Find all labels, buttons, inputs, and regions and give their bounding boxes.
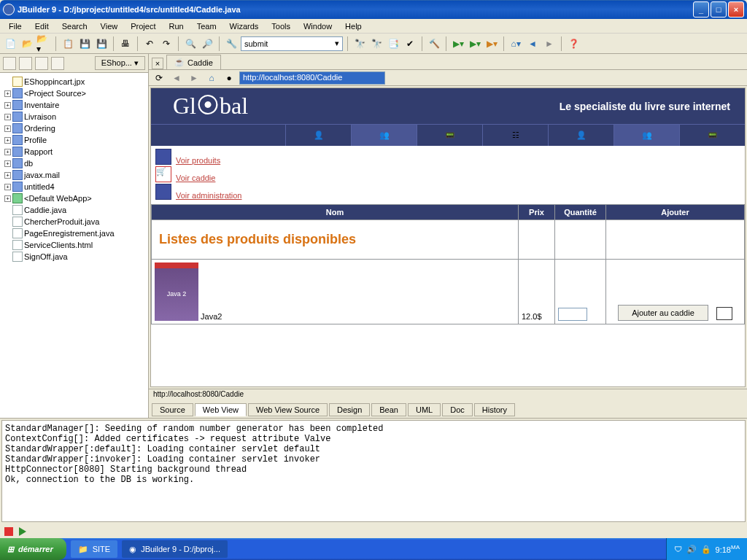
reopen-icon[interactable]: 📂▾ bbox=[36, 36, 51, 51]
tree-node[interactable]: +Ordering bbox=[1, 122, 147, 134]
menu-project[interactable]: Project bbox=[125, 20, 161, 31]
menu-wizards[interactable]: Wizards bbox=[224, 20, 265, 31]
url-bar[interactable]: http://localhost:8080/Caddie bbox=[239, 71, 385, 85]
save-icon[interactable]: 💾 bbox=[77, 36, 92, 51]
menu-window[interactable]: Window bbox=[298, 20, 338, 31]
tree-node[interactable]: +javax.mail bbox=[1, 169, 147, 181]
sidebar-project-tab[interactable]: EShop... ▾ bbox=[95, 56, 145, 70]
browser-back-icon[interactable]: ◄ bbox=[169, 71, 184, 85]
tree-node[interactable]: PageEnregistrement.java bbox=[1, 228, 147, 239]
taskbar-item-site[interactable]: 📁 SITE bbox=[71, 540, 117, 558]
side-btn1[interactable] bbox=[3, 57, 16, 70]
tree-node[interactable]: Caddie.java bbox=[1, 204, 147, 216]
link-produits[interactable]: Voir produits bbox=[176, 156, 220, 165]
tray-icon[interactable]: 🔒 bbox=[701, 545, 711, 554]
print-icon[interactable]: 🖶 bbox=[118, 36, 133, 51]
taskbar-item-jbuilder[interactable]: ◉ JBuilder 9 - D:/jbproj... bbox=[122, 540, 228, 558]
build-icon[interactable]: 🔨 bbox=[427, 36, 441, 51]
close-tab-button[interactable]: × bbox=[152, 58, 163, 69]
run-config-combo[interactable]: submit▾ bbox=[241, 36, 343, 51]
saveall-icon[interactable]: 💾 bbox=[94, 36, 109, 51]
nav-cell-3[interactable]: 📟 bbox=[417, 125, 482, 146]
tray-icon[interactable]: 🛡 bbox=[674, 545, 682, 553]
tree-node[interactable]: +Livraison bbox=[1, 111, 147, 122]
close-button[interactable]: × bbox=[728, 1, 744, 18]
side-btn3[interactable] bbox=[35, 57, 48, 70]
tree-node[interactable]: +db bbox=[1, 158, 147, 169]
binoc2-icon[interactable]: 🔭 bbox=[369, 36, 384, 51]
menu-run[interactable]: Run bbox=[163, 20, 189, 31]
editor-tab-caddie[interactable]: ☕ Caddie bbox=[166, 55, 221, 69]
system-tray[interactable]: 🛡 🔊 🔒 9:18MA bbox=[666, 538, 747, 560]
replace-icon[interactable]: 🔎 bbox=[200, 36, 214, 51]
binoc-icon[interactable]: 🔭 bbox=[352, 36, 367, 51]
tab-history[interactable]: History bbox=[474, 403, 515, 416]
link-caddie[interactable]: Voir caddie bbox=[176, 174, 215, 182]
minimize-button[interactable]: _ bbox=[693, 1, 709, 18]
redo-icon[interactable]: ↷ bbox=[159, 36, 174, 51]
menu-help[interactable]: Help bbox=[339, 20, 368, 31]
quantity-input[interactable] bbox=[558, 308, 587, 321]
link-admin[interactable]: Voir administration bbox=[176, 191, 242, 200]
tab-uml[interactable]: UML bbox=[408, 403, 441, 416]
find-icon[interactable]: 🔍 bbox=[183, 36, 198, 51]
tab-webviewsource[interactable]: Web View Source bbox=[248, 403, 328, 416]
open-icon[interactable]: 📂 bbox=[20, 36, 34, 51]
fwd-nav-icon[interactable]: ► bbox=[542, 36, 557, 51]
debug-icon[interactable]: ▶▾ bbox=[468, 36, 482, 51]
start-button[interactable]: ⊞démarrer bbox=[0, 538, 66, 560]
browser-fwd-icon[interactable]: ► bbox=[187, 71, 201, 85]
menu-team[interactable]: Team bbox=[191, 20, 222, 31]
run-icon[interactable]: ▶▾ bbox=[451, 36, 465, 51]
menu-tools[interactable]: Tools bbox=[266, 20, 296, 31]
play-button[interactable] bbox=[19, 527, 26, 536]
tab-bean[interactable]: Bean bbox=[371, 403, 406, 416]
copy-icon[interactable]: 📋 bbox=[61, 36, 75, 51]
browser-home-icon[interactable]: ⌂ bbox=[204, 71, 219, 85]
nav-cell-2[interactable]: 👥 bbox=[351, 125, 417, 146]
undo-icon[interactable]: ↶ bbox=[142, 36, 157, 51]
tree-node[interactable]: +<Default WebApp> bbox=[1, 192, 147, 204]
add-to-cart-button[interactable]: Ajouter au caddie bbox=[618, 305, 708, 321]
tab-webview[interactable]: Web View bbox=[195, 403, 247, 416]
nav-cell-6[interactable]: 👥 bbox=[614, 125, 679, 146]
tree-node[interactable]: +Rapport bbox=[1, 146, 147, 158]
menu-search[interactable]: Search bbox=[56, 20, 93, 31]
browser-stop-icon[interactable]: ● bbox=[222, 71, 236, 85]
tree-node[interactable]: SignOff.java bbox=[1, 251, 147, 262]
maximize-button[interactable]: □ bbox=[711, 1, 727, 18]
side-btn4[interactable] bbox=[51, 57, 64, 70]
browser-refresh-icon[interactable]: ⟳ bbox=[152, 71, 166, 85]
side-btn2[interactable] bbox=[19, 57, 32, 70]
optimize-icon[interactable]: ▶▾ bbox=[484, 36, 499, 51]
project-sidebar: EShop... ▾ EShoppincart.jpx+<Project Sou… bbox=[0, 54, 149, 418]
tree-node[interactable]: +Profile bbox=[1, 134, 147, 146]
nav-cell-7[interactable]: 📟 bbox=[679, 125, 745, 146]
tree-node[interactable]: ChercherProduit.java bbox=[1, 216, 147, 228]
menu-file[interactable]: File bbox=[3, 20, 28, 31]
check-icon[interactable]: ✔ bbox=[403, 36, 417, 51]
tree-node[interactable]: EShoppincart.jpx bbox=[1, 76, 147, 88]
stop-button[interactable] bbox=[4, 527, 13, 536]
tab-source[interactable]: Source bbox=[152, 403, 193, 416]
new-icon[interactable]: 📄 bbox=[3, 36, 18, 51]
menu-view[interactable]: View bbox=[95, 20, 124, 31]
nav-cell-5[interactable]: 👤 bbox=[548, 125, 614, 146]
nav-cell-1[interactable]: 👤 bbox=[285, 125, 351, 146]
menu-edit[interactable]: Edit bbox=[29, 20, 55, 31]
home-icon[interactable]: ⌂▾ bbox=[508, 36, 523, 51]
project-tree[interactable]: EShoppincart.jpx+<Project Source>+Invent… bbox=[0, 73, 148, 418]
tool-icon[interactable]: 🔧 bbox=[224, 36, 239, 51]
back-nav-icon[interactable]: ◄ bbox=[525, 36, 540, 51]
tree-node[interactable]: ServiceClients.html bbox=[1, 239, 147, 251]
tree-node[interactable]: +untitled4 bbox=[1, 181, 147, 192]
tab-design[interactable]: Design bbox=[329, 403, 370, 416]
tree-node[interactable]: +<Project Source> bbox=[1, 88, 147, 99]
nav-cell-4[interactable]: ☷ bbox=[482, 125, 548, 146]
console-output[interactable]: StandardManager[]: Seeding of random num… bbox=[1, 420, 746, 522]
goto-icon[interactable]: 📑 bbox=[386, 36, 400, 51]
tab-doc[interactable]: Doc bbox=[442, 403, 473, 416]
tray-icon[interactable]: 🔊 bbox=[686, 545, 697, 554]
tree-node[interactable]: +Inventaire bbox=[1, 99, 147, 111]
help-icon[interactable]: ❓ bbox=[566, 36, 581, 51]
